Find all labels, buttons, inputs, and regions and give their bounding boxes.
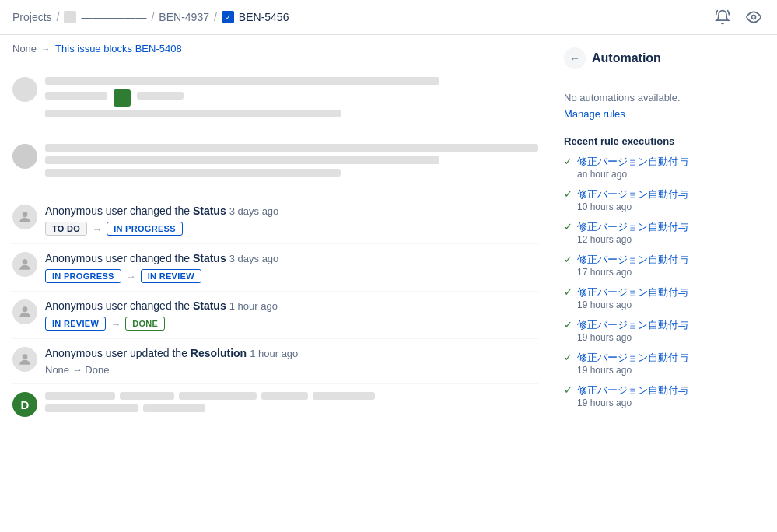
activity-time-0: 3 days ago <box>229 205 279 217</box>
blurred-line-1d <box>45 110 341 117</box>
status-flow-0: TO DO → IN PROGRESS <box>45 222 538 236</box>
activity-avatar-2 <box>12 299 37 324</box>
rule-name-5[interactable]: 修正バージョン自動付与 <box>577 318 688 332</box>
blurred-block-1 <box>12 71 538 128</box>
activity-field-2: Status <box>193 299 226 312</box>
check-icon-7: ✓ <box>564 384 572 396</box>
rule-name-7[interactable]: 修正バージョン自動付与 <box>577 383 688 397</box>
rule-name-4[interactable]: 修正バージョン自動付与 <box>577 285 688 299</box>
blurred-block-2 <box>12 138 538 187</box>
resolution-text-3: None → Done <box>45 364 538 376</box>
rule-name-2[interactable]: 修正バージョン自動付与 <box>577 220 688 234</box>
svg-point-2 <box>23 259 28 264</box>
rule-name-0[interactable]: 修正バージョン自動付与 <box>577 155 688 169</box>
rule-info-6: 修正バージョン自動付与 19 hours ago <box>577 351 688 376</box>
ticket-checkbox-icon: ✓ <box>222 11 234 23</box>
back-button[interactable]: ← <box>564 47 586 69</box>
notification-icon[interactable] <box>712 6 733 28</box>
rule-time-0: an hour ago <box>577 169 688 180</box>
rule-item-0: ✓ 修正バージョン自動付与 an hour ago <box>564 155 765 180</box>
status-arrow-2: → <box>110 318 121 330</box>
svg-point-0 <box>752 16 756 19</box>
activity-field-3: Resolution <box>191 347 247 359</box>
top-icons-area <box>712 6 765 28</box>
activity-avatar-0 <box>12 205 37 229</box>
blurred-lines-1 <box>45 77 538 122</box>
activity-content-2: Anonymous user changed the Status1 hour … <box>45 299 538 331</box>
rule-item-1: ✓ 修正バージョン自動付与 10 hours ago <box>564 187 765 212</box>
issue-link-target[interactable]: This issue blocks BEN-5408 <box>55 43 182 54</box>
check-icon-4: ✓ <box>564 286 572 298</box>
status-to-2: DONE <box>125 317 165 331</box>
rule-time-5: 19 hours ago <box>577 332 688 343</box>
project-icon <box>64 11 76 23</box>
activity-user-3: Anonymous user <box>45 347 130 359</box>
right-panel: ← Automation No automations available. M… <box>551 35 777 532</box>
bottom-blur-3 <box>179 392 257 400</box>
status-from-2: IN REVIEW <box>45 317 106 331</box>
rule-info-1: 修正バージョン自動付与 10 hours ago <box>577 187 688 212</box>
status-from-1: IN PROGRESS <box>45 269 121 283</box>
no-automation-text: No automations available. <box>564 92 765 103</box>
activity-avatar-3 <box>12 347 37 372</box>
rule-name-6[interactable]: 修正バージョン自動付与 <box>577 351 688 365</box>
status-flow-2: IN REVIEW → DONE <box>45 317 538 331</box>
user-avatar-d: D <box>12 392 37 417</box>
rule-info-4: 修正バージョン自動付与 19 hours ago <box>577 285 688 310</box>
breadcrumb-parent-ticket[interactable]: BEN-4937 <box>159 11 209 23</box>
activity-content-1: Anonymous user changed the Status3 days … <box>45 252 538 283</box>
activity-header-0: Anonymous user changed the Status3 days … <box>45 205 538 217</box>
activity-action-0: changed the <box>130 205 193 217</box>
breadcrumb-projects[interactable]: Projects <box>12 11 52 23</box>
breadcrumb-project-name[interactable]: —————— <box>81 11 146 23</box>
check-icon-0: ✓ <box>564 156 572 167</box>
activity-user-2: Anonymous user <box>45 299 130 312</box>
activity-content-3: Anonymous user updated the Resolution1 h… <box>45 347 538 376</box>
blurred-line-1c <box>137 92 184 100</box>
manage-rules-link[interactable]: Manage rules <box>564 108 765 120</box>
rule-name-1[interactable]: 修正バージョン自動付与 <box>577 187 688 201</box>
activity-field-1: Status <box>193 252 226 264</box>
activity-user-1: Anonymous user <box>45 252 130 264</box>
activity-item-2: Anonymous user changed the Status1 hour … <box>12 292 538 339</box>
activity-action-3: updated the <box>130 347 191 359</box>
blurred-avatar-1 <box>12 77 37 102</box>
activity-avatar-1 <box>12 252 37 277</box>
issue-link-line: None → This issue blocks BEN-5408 <box>12 35 538 61</box>
svg-point-4 <box>23 354 28 359</box>
status-arrow-1: → <box>126 271 136 282</box>
rule-item-4: ✓ 修正バージョン自動付与 19 hours ago <box>564 285 765 310</box>
automation-header: ← Automation <box>564 47 765 79</box>
watch-icon[interactable] <box>743 6 765 28</box>
rule-name-3[interactable]: 修正バージョン自動付与 <box>577 253 688 267</box>
status-flow-1: IN PROGRESS → IN REVIEW <box>45 269 538 283</box>
rule-time-6: 19 hours ago <box>577 365 688 376</box>
bottom-blurred-lines <box>45 392 538 412</box>
rule-info-0: 修正バージョン自動付与 an hour ago <box>577 155 688 180</box>
rule-time-2: 12 hours ago <box>577 234 688 245</box>
activity-item-1: Anonymous user changed the Status3 days … <box>12 244 538 292</box>
activity-time-3: 1 hour ago <box>250 348 298 359</box>
activity-header-1: Anonymous user changed the Status3 days … <box>45 252 538 264</box>
blurred-lines-2 <box>45 144 538 181</box>
rule-item-5: ✓ 修正バージョン自動付与 19 hours ago <box>564 318 765 343</box>
rule-item-6: ✓ 修正バージョン自動付与 19 hours ago <box>564 351 765 376</box>
rule-item-2: ✓ 修正バージョン自動付与 12 hours ago <box>564 220 765 245</box>
activity-header-3: Anonymous user updated the Resolution1 h… <box>45 347 538 359</box>
top-bar: Projects / —————— / BEN-4937 / ✓ BEN-545… <box>0 0 777 35</box>
activity-item-3: Anonymous user updated the Resolution1 h… <box>12 339 538 384</box>
activity-time-1: 3 days ago <box>229 253 279 264</box>
check-icon-6: ✓ <box>564 352 572 363</box>
left-panel: None → This issue blocks BEN-5408 <box>0 35 551 532</box>
rules-list: ✓ 修正バージョン自動付与 an hour ago ✓ 修正バージョン自動付与 … <box>564 155 765 408</box>
svg-point-3 <box>23 306 28 312</box>
activity-action-1: changed the <box>130 252 193 264</box>
issue-link-prefix: None <box>12 43 37 54</box>
bottom-blur-5 <box>313 392 375 400</box>
rule-time-7: 19 hours ago <box>577 397 688 408</box>
bottom-blur-7 <box>143 404 205 412</box>
rule-item-7: ✓ 修正バージョン自動付与 19 hours ago <box>564 383 765 408</box>
rule-info-2: 修正バージョン自動付与 12 hours ago <box>577 220 688 245</box>
breadcrumb-current-ticket: BEN-5456 <box>239 11 289 23</box>
rule-info-7: 修正バージョン自動付与 19 hours ago <box>577 383 688 408</box>
